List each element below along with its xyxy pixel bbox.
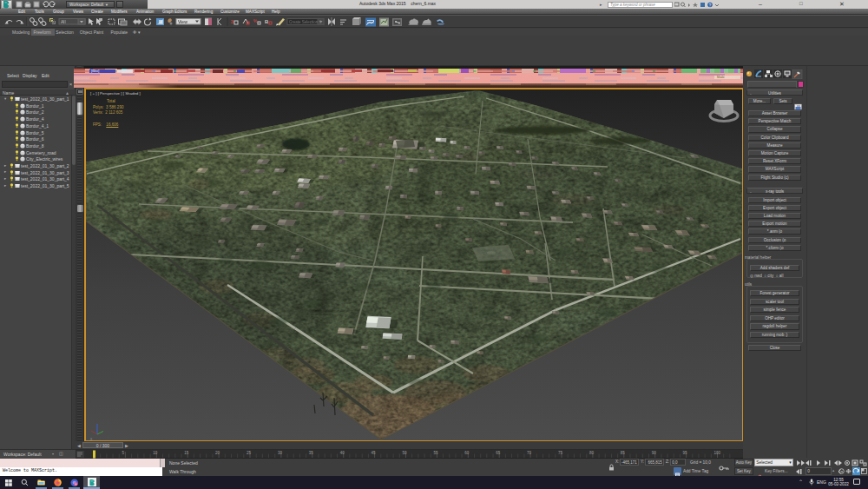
svg-text:3: 3 [231,19,234,24]
svg-text:View: View [178,19,187,24]
svg-text:Create Selection S: Create Selection S [289,20,322,24]
svg-text:B: B [265,19,269,24]
svg-text:All: All [61,19,66,24]
svg-text:?: ? [709,2,712,7]
svg-text:%: % [253,18,258,23]
